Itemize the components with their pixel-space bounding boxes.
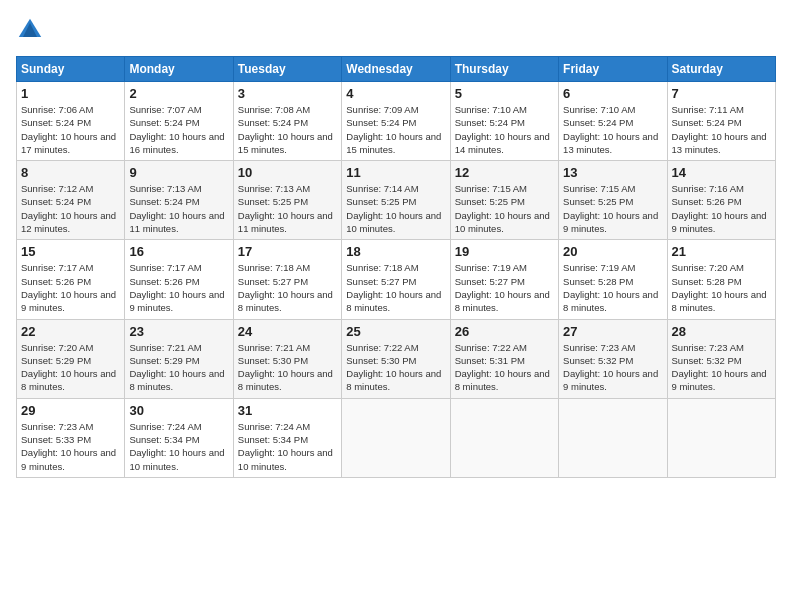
logo [16,16,48,44]
day-number: 1 [21,86,120,101]
day-info: Sunrise: 7:20 AMSunset: 5:28 PMDaylight:… [672,261,771,314]
day-number: 11 [346,165,445,180]
day-number: 4 [346,86,445,101]
day-info: Sunrise: 7:13 AMSunset: 5:25 PMDaylight:… [238,182,337,235]
calendar-cell: 3Sunrise: 7:08 AMSunset: 5:24 PMDaylight… [233,82,341,161]
weekday-header-friday: Friday [559,57,667,82]
day-number: 20 [563,244,662,259]
calendar-cell: 22Sunrise: 7:20 AMSunset: 5:29 PMDayligh… [17,319,125,398]
weekday-header-monday: Monday [125,57,233,82]
calendar-cell: 28Sunrise: 7:23 AMSunset: 5:32 PMDayligh… [667,319,775,398]
calendar-cell: 20Sunrise: 7:19 AMSunset: 5:28 PMDayligh… [559,240,667,319]
calendar-cell: 17Sunrise: 7:18 AMSunset: 5:27 PMDayligh… [233,240,341,319]
day-info: Sunrise: 7:23 AMSunset: 5:33 PMDaylight:… [21,420,120,473]
day-number: 18 [346,244,445,259]
calendar-cell: 27Sunrise: 7:23 AMSunset: 5:32 PMDayligh… [559,319,667,398]
calendar-table: SundayMondayTuesdayWednesdayThursdayFrid… [16,56,776,478]
day-number: 14 [672,165,771,180]
calendar-cell: 4Sunrise: 7:09 AMSunset: 5:24 PMDaylight… [342,82,450,161]
calendar-cell: 9Sunrise: 7:13 AMSunset: 5:24 PMDaylight… [125,161,233,240]
page-header [16,16,776,44]
day-number: 8 [21,165,120,180]
calendar-cell: 1Sunrise: 7:06 AMSunset: 5:24 PMDaylight… [17,82,125,161]
calendar-cell: 12Sunrise: 7:15 AMSunset: 5:25 PMDayligh… [450,161,558,240]
day-number: 6 [563,86,662,101]
day-info: Sunrise: 7:14 AMSunset: 5:25 PMDaylight:… [346,182,445,235]
day-info: Sunrise: 7:13 AMSunset: 5:24 PMDaylight:… [129,182,228,235]
day-number: 26 [455,324,554,339]
day-info: Sunrise: 7:10 AMSunset: 5:24 PMDaylight:… [563,103,662,156]
day-number: 24 [238,324,337,339]
calendar-cell: 2Sunrise: 7:07 AMSunset: 5:24 PMDaylight… [125,82,233,161]
calendar-cell: 21Sunrise: 7:20 AMSunset: 5:28 PMDayligh… [667,240,775,319]
calendar-cell: 13Sunrise: 7:15 AMSunset: 5:25 PMDayligh… [559,161,667,240]
day-number: 13 [563,165,662,180]
day-number: 29 [21,403,120,418]
day-info: Sunrise: 7:15 AMSunset: 5:25 PMDaylight:… [563,182,662,235]
day-number: 16 [129,244,228,259]
calendar-cell: 30Sunrise: 7:24 AMSunset: 5:34 PMDayligh… [125,398,233,477]
calendar-cell [342,398,450,477]
calendar-cell: 31Sunrise: 7:24 AMSunset: 5:34 PMDayligh… [233,398,341,477]
day-number: 12 [455,165,554,180]
calendar-cell: 23Sunrise: 7:21 AMSunset: 5:29 PMDayligh… [125,319,233,398]
day-info: Sunrise: 7:24 AMSunset: 5:34 PMDaylight:… [129,420,228,473]
day-number: 27 [563,324,662,339]
day-number: 15 [21,244,120,259]
day-info: Sunrise: 7:11 AMSunset: 5:24 PMDaylight:… [672,103,771,156]
day-info: Sunrise: 7:16 AMSunset: 5:26 PMDaylight:… [672,182,771,235]
day-number: 7 [672,86,771,101]
day-number: 23 [129,324,228,339]
day-info: Sunrise: 7:21 AMSunset: 5:30 PMDaylight:… [238,341,337,394]
day-info: Sunrise: 7:18 AMSunset: 5:27 PMDaylight:… [346,261,445,314]
calendar-cell: 16Sunrise: 7:17 AMSunset: 5:26 PMDayligh… [125,240,233,319]
day-info: Sunrise: 7:08 AMSunset: 5:24 PMDaylight:… [238,103,337,156]
calendar-cell: 7Sunrise: 7:11 AMSunset: 5:24 PMDaylight… [667,82,775,161]
calendar-cell: 29Sunrise: 7:23 AMSunset: 5:33 PMDayligh… [17,398,125,477]
day-number: 3 [238,86,337,101]
calendar-cell: 24Sunrise: 7:21 AMSunset: 5:30 PMDayligh… [233,319,341,398]
calendar-cell [450,398,558,477]
day-number: 22 [21,324,120,339]
calendar-cell [559,398,667,477]
day-info: Sunrise: 7:17 AMSunset: 5:26 PMDaylight:… [129,261,228,314]
weekday-header-tuesday: Tuesday [233,57,341,82]
day-info: Sunrise: 7:17 AMSunset: 5:26 PMDaylight:… [21,261,120,314]
weekday-header-sunday: Sunday [17,57,125,82]
day-info: Sunrise: 7:23 AMSunset: 5:32 PMDaylight:… [672,341,771,394]
day-info: Sunrise: 7:07 AMSunset: 5:24 PMDaylight:… [129,103,228,156]
day-info: Sunrise: 7:23 AMSunset: 5:32 PMDaylight:… [563,341,662,394]
day-number: 31 [238,403,337,418]
day-number: 5 [455,86,554,101]
calendar-cell: 19Sunrise: 7:19 AMSunset: 5:27 PMDayligh… [450,240,558,319]
calendar-cell: 15Sunrise: 7:17 AMSunset: 5:26 PMDayligh… [17,240,125,319]
day-number: 28 [672,324,771,339]
calendar-cell: 25Sunrise: 7:22 AMSunset: 5:30 PMDayligh… [342,319,450,398]
calendar-cell: 18Sunrise: 7:18 AMSunset: 5:27 PMDayligh… [342,240,450,319]
calendar-cell: 14Sunrise: 7:16 AMSunset: 5:26 PMDayligh… [667,161,775,240]
day-number: 2 [129,86,228,101]
day-info: Sunrise: 7:19 AMSunset: 5:28 PMDaylight:… [563,261,662,314]
day-number: 9 [129,165,228,180]
day-info: Sunrise: 7:20 AMSunset: 5:29 PMDaylight:… [21,341,120,394]
weekday-header-saturday: Saturday [667,57,775,82]
day-info: Sunrise: 7:19 AMSunset: 5:27 PMDaylight:… [455,261,554,314]
day-number: 25 [346,324,445,339]
day-info: Sunrise: 7:06 AMSunset: 5:24 PMDaylight:… [21,103,120,156]
day-info: Sunrise: 7:21 AMSunset: 5:29 PMDaylight:… [129,341,228,394]
day-info: Sunrise: 7:24 AMSunset: 5:34 PMDaylight:… [238,420,337,473]
day-info: Sunrise: 7:15 AMSunset: 5:25 PMDaylight:… [455,182,554,235]
calendar-cell: 11Sunrise: 7:14 AMSunset: 5:25 PMDayligh… [342,161,450,240]
day-number: 21 [672,244,771,259]
calendar-cell: 5Sunrise: 7:10 AMSunset: 5:24 PMDaylight… [450,82,558,161]
day-number: 30 [129,403,228,418]
day-info: Sunrise: 7:22 AMSunset: 5:31 PMDaylight:… [455,341,554,394]
calendar-cell [667,398,775,477]
calendar-cell: 26Sunrise: 7:22 AMSunset: 5:31 PMDayligh… [450,319,558,398]
day-info: Sunrise: 7:09 AMSunset: 5:24 PMDaylight:… [346,103,445,156]
day-info: Sunrise: 7:10 AMSunset: 5:24 PMDaylight:… [455,103,554,156]
day-number: 19 [455,244,554,259]
day-number: 10 [238,165,337,180]
day-info: Sunrise: 7:22 AMSunset: 5:30 PMDaylight:… [346,341,445,394]
weekday-header-wednesday: Wednesday [342,57,450,82]
